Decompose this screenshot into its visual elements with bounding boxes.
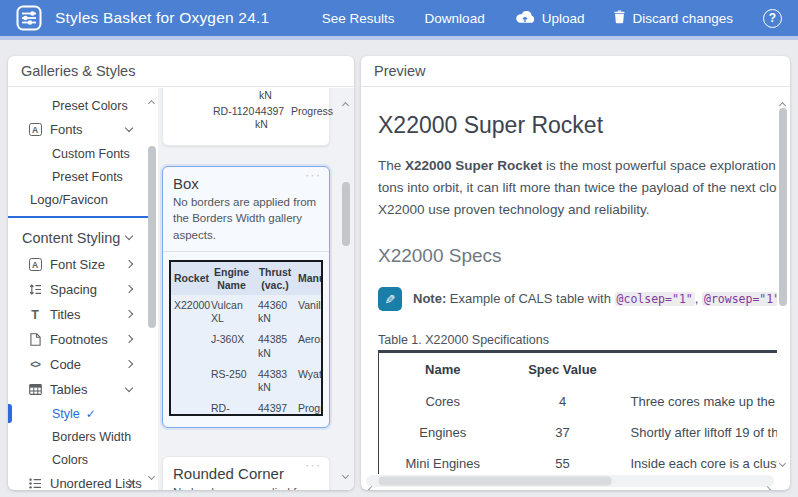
nav-scrollbar[interactable] — [146, 88, 158, 490]
see-results-link[interactable]: See Results — [322, 11, 395, 26]
doc-paragraph-line: The X22000 Super Rocket is the most powe… — [378, 155, 777, 177]
chevron-right-icon — [125, 334, 133, 342]
sidebar-section-content-styling[interactable]: Content Styling — [8, 223, 158, 252]
sidebar-item-spacing[interactable]: Spacing — [8, 277, 158, 302]
sidebar-item-custom-fonts[interactable]: Custom Fonts — [8, 142, 158, 165]
table-row: Cores 4 Three cores make up the first st… — [379, 386, 778, 417]
sidebar-item-font-size[interactable]: A Font Size — [8, 252, 158, 277]
sidebar-item-footnotes[interactable]: Footnotes — [8, 327, 158, 352]
cards-scrollbar[interactable] — [340, 88, 352, 490]
col-header: Rocket — [171, 262, 208, 295]
code-chip: @colsep="1" — [615, 292, 695, 306]
preview-panel: Preview X22000 Super Rocket The X22000 S… — [361, 56, 790, 490]
sidebar-item-preset-colors[interactable]: Preset Colors — [8, 94, 158, 117]
preview-viewport[interactable]: X22000 Super Rocket The X22000 Super Roc… — [361, 88, 777, 474]
code-chip: @rowsep="1" — [702, 292, 777, 306]
chevron-right-icon — [125, 259, 133, 267]
scroll-down-icon[interactable] — [780, 452, 785, 470]
col-header: Manufa — [295, 262, 323, 295]
scroll-down-icon[interactable] — [343, 464, 348, 482]
table-row: Mini Engines 55 Inside each core is a cl… — [379, 448, 778, 474]
chevron-right-icon — [125, 284, 133, 292]
sidebar-item-tables[interactable]: Tables — [8, 377, 158, 402]
document-icon — [28, 333, 42, 346]
table-caption: Table 1. X22000 Specifications — [378, 333, 777, 347]
download-link[interactable]: Download — [425, 11, 485, 26]
doc-paragraph-line: tons into orbit, it can lift more than t… — [378, 177, 777, 199]
doc-paragraph-line: X22000 use proven technology and reliabi… — [378, 199, 777, 221]
scroll-down-icon[interactable] — [149, 467, 154, 482]
font-a-icon: A — [28, 123, 42, 136]
chevron-down-icon — [125, 231, 133, 239]
sample-table: Rocket Engine Name Thrust (vac.) Manufa … — [171, 262, 323, 416]
bullet-list-icon — [28, 478, 42, 489]
upload-link[interactable]: Upload — [515, 10, 585, 27]
table-row: J-360X 44385 kN Aerospa Rocketje — [171, 329, 323, 363]
card-menu-icon[interactable]: ··· — [305, 167, 321, 182]
style-cards-list: kN RD-1120 44397 kN Progress ··· Box No … — [158, 88, 354, 490]
scroll-up-icon[interactable] — [149, 94, 154, 109]
table-row: Engines 37 Shortly after liftoff 19 of t… — [379, 417, 778, 448]
preview-title: Preview — [361, 56, 790, 87]
toolbar-shadow-strip — [0, 36, 798, 40]
preview-vscrollbar[interactable] — [777, 92, 789, 472]
col-header: Spec Value — [507, 352, 619, 387]
style-card-rounded-corner[interactable]: ··· Rounded Corner No borders are applie… — [162, 456, 330, 490]
sidebar-item-code[interactable]: <> Code — [8, 352, 158, 377]
style-card-partial[interactable]: kN RD-1120 44397 kN Progress — [162, 88, 330, 146]
preview-hscrollbar[interactable] — [366, 475, 774, 487]
card-description: No borders are applied from the Borders … — [163, 484, 329, 490]
galleries-styles-title: Galleries & Styles — [8, 56, 354, 87]
table-row: RD-1120 44397 kN Progress — [171, 398, 323, 416]
title-t-icon: T — [28, 308, 42, 322]
sidebar-item-unordered-lists[interactable]: Unordered Lists — [8, 471, 158, 490]
chevron-right-icon — [125, 359, 133, 367]
table-cell: kN — [255, 118, 268, 130]
table-cell: 44397 — [255, 105, 284, 117]
card-menu-icon[interactable]: ··· — [305, 457, 321, 472]
help-icon[interactable]: ? — [763, 9, 782, 28]
font-a-icon: A — [28, 258, 42, 271]
sidebar-item-fonts[interactable]: A Fonts — [8, 117, 158, 142]
code-icon: <> — [28, 359, 42, 370]
rendered-document: X22000 Super Rocket The X22000 Super Roc… — [361, 88, 777, 474]
discard-changes-link[interactable]: Discard changes — [614, 10, 733, 27]
nav-scrollbar-thumb[interactable] — [148, 146, 156, 328]
chevron-down-icon — [125, 123, 133, 131]
card-divider — [163, 251, 329, 252]
table-cell: kN — [259, 89, 272, 101]
card-description: No borders are applied from the Borders … — [163, 194, 329, 243]
specs-table: Name Spec Value Cores 4 Three cores make… — [378, 350, 777, 474]
col-header — [619, 352, 778, 387]
preview-vscrollbar-thumb[interactable] — [779, 108, 787, 306]
chevron-down-icon — [125, 383, 133, 391]
table-cell: RD-1120 — [213, 105, 254, 117]
sidebar-item-logo-favicon[interactable]: Logo/Favicon — [8, 188, 158, 211]
app-toolbar: Styles Basket for Oxygen 24.1 See Result… — [0, 0, 798, 36]
nav-section-divider — [8, 216, 148, 218]
scroll-right-icon[interactable] — [765, 478, 770, 490]
table-icon — [28, 384, 42, 395]
galleries-styles-panel: Galleries & Styles Preset Colors A Fonts… — [8, 56, 354, 490]
doc-subheading: X22000 Specs — [378, 245, 777, 267]
sidebar-item-borders-width[interactable]: Borders Width — [8, 425, 158, 448]
sidebar-item-preset-fonts[interactable]: Preset Fonts — [8, 165, 158, 188]
table-cell: Progress — [291, 105, 333, 117]
cloud-upload-icon — [515, 10, 535, 27]
sidebar-item-colors[interactable]: Colors — [8, 448, 158, 471]
preview-hscrollbar-thumb[interactable] — [379, 477, 611, 485]
scroll-left-icon[interactable] — [369, 478, 374, 490]
scroll-up-icon[interactable] — [343, 94, 348, 112]
note-callout: ✎ Note: Example of CALS table with @cols… — [378, 287, 777, 311]
sidebar-item-titles[interactable]: T Titles — [8, 302, 158, 327]
app-logo-sliders-icon[interactable] — [16, 5, 42, 31]
style-card-box[interactable]: ··· Box No borders are applied from the … — [162, 166, 330, 428]
table-row: X22000 Vulcan XL 44360 kN Vanilla A Engi… — [171, 295, 323, 329]
chevron-right-icon — [125, 309, 133, 317]
sidebar-item-style-selected[interactable]: Style ✓ — [8, 402, 158, 425]
table-row: RS-250 44383 kN Wyatt & — [171, 364, 323, 398]
galleries-nav: Preset Colors A Fonts Custom Fonts Prese… — [8, 88, 158, 490]
cards-scrollbar-thumb[interactable] — [342, 182, 350, 246]
doc-heading: X22000 Super Rocket — [378, 112, 777, 139]
line-spacing-icon — [28, 284, 42, 295]
